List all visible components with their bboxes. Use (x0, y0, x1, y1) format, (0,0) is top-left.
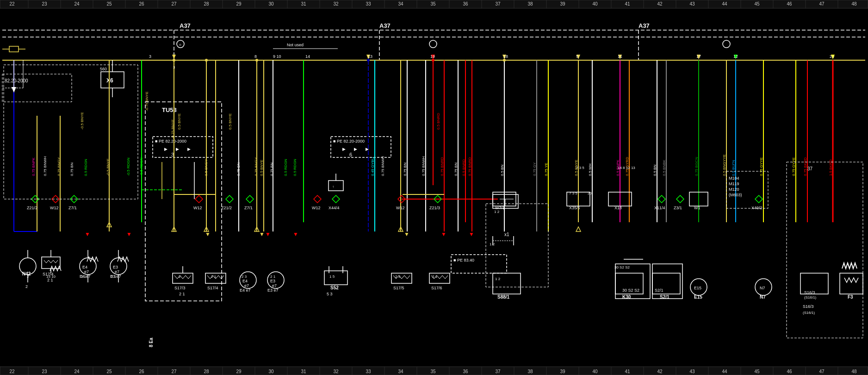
svg-text:S17/5: S17/5 (393, 286, 404, 290)
svg-text:6: 6 (349, 152, 352, 157)
svg-text:0.5 WH: 0.5 WH (588, 163, 592, 176)
svg-text:47: 47 (819, 369, 825, 374)
svg-text:0.5 BNBK: 0.5 BNBK (662, 159, 666, 176)
svg-text:34: 34 (398, 1, 403, 6)
svg-text:26: 26 (139, 1, 144, 6)
svg-text:E15: E15 (694, 286, 701, 290)
svg-text:33: 33 (366, 369, 371, 374)
svg-text:S52: S52 (330, 285, 339, 290)
svg-text:2   3: 2 3 (395, 275, 401, 279)
svg-text:(M603): (M603) (729, 193, 742, 197)
svg-text:38: 38 (527, 1, 533, 6)
svg-text:14: 14 (305, 54, 310, 59)
svg-text:0.5 BNGYYE: 0.5 BNGYYE (722, 154, 726, 176)
svg-text:35: 35 (430, 369, 436, 374)
svg-text:27: 27 (171, 1, 177, 6)
svg-text:48: 48 (851, 1, 857, 6)
svg-text:▼: ▼ (126, 231, 132, 238)
svg-text:30: 30 (268, 1, 274, 6)
svg-text:29: 29 (236, 1, 242, 6)
svg-text:32: 32 (333, 369, 339, 374)
svg-text:1  2: 1 2 (495, 277, 501, 281)
svg-text:Z3/1: Z3/1 (674, 206, 682, 210)
svg-text:33: 33 (366, 1, 371, 6)
svg-text:43: 43 (689, 1, 695, 6)
svg-text:2: 2 (25, 284, 28, 289)
svg-text:44: 44 (722, 1, 727, 6)
svg-text:W12: W12 (50, 206, 59, 210)
svg-text:M120: M120 (729, 187, 739, 192)
svg-text:0.75 GY: 0.75 GY (533, 162, 537, 176)
svg-text:■ PE  83.40: ■ PE 83.40 (453, 258, 474, 262)
svg-text:N7: N7 (760, 294, 766, 300)
svg-text:0.75 BNWH: 0.75 BNWH (422, 156, 426, 176)
svg-text:A37: A37 (180, 22, 191, 29)
svg-text:Z21/2: Z21/2 (27, 206, 37, 210)
svg-text:0.5 BNRD: 0.5 BNRD (462, 159, 466, 176)
svg-text:2: 2 (179, 275, 181, 279)
svg-text:45: 45 (754, 369, 760, 374)
svg-text:82.20-2000: 82.20-2000 (5, 78, 28, 83)
svg-text:S17/4: S17/4 (207, 286, 218, 290)
svg-text:X11/4: X11/4 (654, 206, 665, 210)
svg-text:E3: E3 (270, 279, 275, 283)
svg-text:20: 20 (588, 191, 592, 195)
svg-text:0.5 BUГN: 0.5 BUГN (732, 160, 736, 176)
svg-text:14     8    12    13: 14 8 12 13 (618, 166, 635, 170)
svg-point-395 (367, 59, 370, 62)
svg-text:▼: ▼ (265, 231, 271, 238)
main-schematic-svg: 22 23 24 25 26 27 28 29 30 31 32 33 34 3… (0, 0, 868, 375)
svg-text:41: 41 (625, 369, 630, 374)
svg-text:560: 560 (100, 67, 107, 71)
svg-text:0.75 BN: 0.75 BN (70, 162, 74, 176)
svg-text:0.75 BNRD: 0.75 BNRD (468, 157, 472, 176)
svg-text:▼: ▼ (404, 231, 409, 238)
svg-text:-0.75 BNYE: -0.75 BNYE (171, 119, 175, 139)
svg-text:S17/6: S17/6 (431, 286, 442, 290)
svg-text:0.75 BN: 0.75 BN (403, 162, 407, 176)
svg-text:X35/5: X35/5 (569, 206, 580, 210)
svg-text:W12: W12 (312, 206, 321, 210)
svg-text:-0.5 RDGN: -0.5 RDGN (126, 157, 130, 176)
svg-text:(S16/1): (S16/1) (804, 295, 817, 300)
svg-text:42: 42 (657, 369, 663, 374)
svg-text:■ PE  82.20-2000: ■ PE 82.20-2000 (155, 139, 186, 144)
svg-text:25: 25 (106, 1, 112, 6)
svg-text:8: 8 (254, 54, 257, 59)
svg-text:▼: ▼ (259, 231, 265, 238)
svg-text:7  3  5: 7 3 5 (569, 191, 577, 195)
svg-text:▼: ▼ (469, 231, 474, 238)
svg-text:3: 3 (149, 54, 151, 59)
svg-text:0.75 BN: 0.75 BN (270, 162, 274, 176)
svg-text:M104: M104 (729, 176, 739, 181)
svg-text:41: 41 (625, 1, 630, 6)
svg-text:28: 28 (204, 369, 209, 374)
svg-text:13: 13 (368, 54, 372, 59)
svg-text:0.75 BNRD: 0.75 BNRD (440, 157, 444, 176)
svg-text:35: 35 (430, 1, 436, 6)
svg-text:36: 36 (463, 1, 468, 6)
svg-text:46: 46 (787, 369, 792, 374)
svg-text:W12: W12 (193, 206, 202, 210)
svg-text:1  2: 1 2 (490, 242, 495, 246)
svg-text:▶: ▶ (354, 147, 357, 151)
svg-text:0.75 BNWH: 0.75 BNWH (43, 156, 47, 176)
svg-text:31: 31 (301, 1, 306, 6)
svg-text:37: 37 (495, 369, 501, 374)
svg-text:■ PE  82.20-2000: ■ PE 82.20-2000 (333, 139, 365, 144)
svg-text:37: 37 (495, 1, 501, 6)
schematic-canvas: 22 23 24 25 26 27 28 29 30 31 32 33 34 3… (0, 0, 868, 375)
svg-text:47: 47 (819, 1, 825, 6)
svg-text:0.5 BN: 0.5 BN (653, 164, 657, 176)
svg-text:▶: ▶ (187, 147, 191, 151)
svg-point-397 (503, 59, 506, 62)
svg-text:0.5 BNRD: 0.5 BNRD (436, 113, 440, 130)
svg-text:0.5 BNGY: 0.5 BNGY (204, 159, 208, 176)
svg-text:e7: e7 (84, 269, 89, 274)
svg-text:N7: N7 (760, 286, 765, 290)
svg-text:30  S2 S2: 30 S2 S2 (614, 265, 630, 269)
svg-text:2   1: 2 1 (432, 275, 438, 279)
svg-text:S17/3: S17/3 (174, 286, 186, 290)
svg-text:2   1: 2 1 (81, 275, 87, 279)
svg-text:3: 3 (173, 65, 175, 69)
